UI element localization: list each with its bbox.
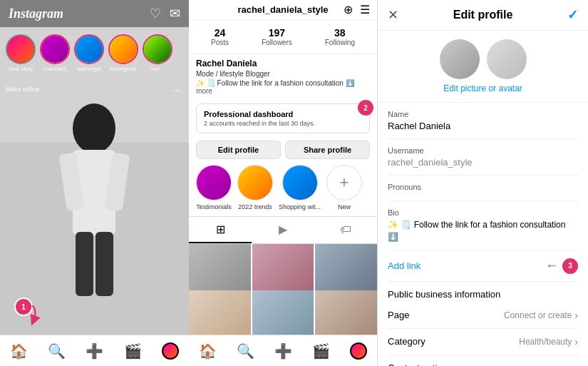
posts-count: 24 [215,27,226,39]
contact-right: › [574,362,578,366]
edit-picture-label[interactable]: Edit picture or avatar [443,83,522,93]
public-business-section: Public business information [388,282,578,303]
search-nav-icon[interactable]: 🔍 [48,342,66,360]
messenger-icon[interactable]: ✉ [170,6,180,21]
story-3[interactable]: #acingroot [108,34,138,72]
following-label: Following [325,39,355,46]
close-button[interactable]: ✕ [388,7,398,23]
grid-photo-4[interactable] [189,290,251,335]
highlight-label-new: New [338,203,351,210]
story-label-1: channel1 [43,66,66,72]
story-2[interactable]: adshingel [74,34,104,72]
svg-point-2 [73,103,115,153]
tab-tagged[interactable]: 🏷 [314,217,377,243]
dashboard-subtitle: 2 accounts reached in the last 30 days. [204,120,362,127]
profile-stats: 24 Posts 197 Followers 38 Following [189,20,377,54]
avatar-section: Edit picture or avatar [378,31,588,103]
highlight-circle-2[interactable] [237,165,273,200]
tab-grid[interactable]: ⊞ [189,217,252,243]
contact-chevron: › [574,362,578,366]
more-options-icon[interactable]: ··· [172,84,182,97]
posts-stat: 24 Posts [211,27,229,46]
username-field[interactable]: Username rachel_daniela_style [388,139,578,176]
page-chevron: › [574,310,578,321]
category-label: Category [388,336,425,347]
post-account-label: looks online [6,86,40,93]
edit-profile-button[interactable]: Edit profile [196,141,281,159]
story-label-3: #acingroot [110,66,136,72]
feed-panel: Instagram ♡ ✉ Your story channel1 adshin… [0,0,189,366]
profile-panel: rachel_daniela_style ⊕ ☰ 24 Posts 197 Fo… [189,0,378,366]
highlight-shopping[interactable]: Shopping wit... [279,165,321,210]
profile-nav-icon[interactable] [162,342,179,360]
heart-icon[interactable]: ♡ [150,6,161,21]
story-label-4: mer... [150,66,165,72]
story-avatar-1[interactable] [40,34,70,64]
story-avatar-2[interactable] [74,34,104,64]
search-icon-mid[interactable]: 🔍 [237,342,254,360]
following-stat[interactable]: 38 Following [325,27,355,46]
highlight-circle-1[interactable] [196,165,232,200]
edit-profile-header: ✕ Edit profile ✓ [378,0,588,31]
bio-value[interactable]: ✨ 🗒️ Follow the link for a fashion consu… [388,219,578,243]
followers-count: 197 [269,27,285,39]
stories-bar: Your story channel1 adshingel #acingroot… [0,29,189,78]
create-nav-icon[interactable]: ➕ [86,342,103,360]
current-avatar[interactable] [440,39,480,79]
contact-options-row[interactable]: Contact options › [388,355,578,366]
name-value[interactable]: Rachel Daniela [388,121,578,131]
highlight-label-2: 2022 trends [238,203,272,210]
pronouns-field[interactable]: Pronouns [388,176,578,201]
bio-field[interactable]: Bio ✨ 🗒️ Follow the link for a fashion c… [388,201,578,251]
grid-photo-5[interactable] [252,290,314,335]
your-story-avatar[interactable] [6,34,36,64]
story-avatar-3[interactable] [108,34,138,64]
highlight-new-circle[interactable]: + [326,165,362,200]
bio-label: Bio [388,208,578,217]
story-avatar-4[interactable] [143,34,172,64]
reels-icon-mid[interactable]: 🎬 [312,342,330,360]
share-profile-button[interactable]: Share profile [285,141,370,159]
plus-icon[interactable]: ⊕ [344,3,353,16]
avatar-pair [440,39,527,79]
edit-form: Name Rachel Daniela Username rachel_dani… [378,103,588,366]
category-chevron: › [574,336,578,347]
category-right: Health/beauty › [519,336,578,347]
story-4[interactable]: mer... [143,34,172,72]
arrow-annotation-3: ← [545,258,558,273]
followers-stat[interactable]: 197 Followers [262,27,292,46]
highlight-new[interactable]: + New [326,165,362,210]
profile-username: rachel_daniela_style [237,4,328,15]
profile-icon-mid[interactable] [350,342,367,360]
reels-nav-icon[interactable]: 🎬 [124,342,142,360]
create-icon-mid[interactable]: ➕ [274,342,292,360]
home-nav-icon[interactable]: 🏠 [10,342,28,360]
name-field[interactable]: Name Rachel Daniela [388,103,578,139]
confirm-button[interactable]: ✓ [567,7,578,23]
bottom-nav-left: 🏠 🔍 ➕ 🎬 [0,335,189,366]
profile-actions: Edit profile Share profile [189,141,377,159]
home-icon-mid[interactable]: 🏠 [199,342,217,360]
highlight-testimonials[interactable]: Testimonials [196,165,232,210]
username-value[interactable]: rachel_daniela_style [388,157,578,168]
avatar-2[interactable] [487,39,527,79]
highlight-label-1: Testimonials [196,203,232,210]
story-label-2: adshingel [77,66,101,72]
highlight-trends[interactable]: 2022 trends [237,165,273,210]
add-link-button[interactable]: Add link [388,260,421,271]
your-story[interactable]: Your story [6,34,36,72]
highlight-circle-3[interactable] [282,165,318,200]
grid-photo-6[interactable] [315,290,377,335]
profile-info: Rachel Daniela Mode / lifestyle Blogger … [189,54,377,99]
profile-bio-line-2: ✨ 🗒️ Follow the link for a fashion consu… [196,79,370,95]
category-row[interactable]: Category Health/beauty › [388,329,578,355]
svg-rect-7 [96,232,113,296]
page-label: Page [388,310,409,320]
more-link[interactable]: more [196,87,212,95]
story-1[interactable]: channel1 [40,34,70,72]
professional-dashboard[interactable]: Professional dashboard 2 accounts reache… [196,103,370,133]
page-row[interactable]: Page Connect or create › [388,303,578,329]
page-right: Connect or create › [504,310,578,321]
menu-icon[interactable]: ☰ [360,3,370,16]
tab-reels[interactable]: ▶ [252,217,314,243]
